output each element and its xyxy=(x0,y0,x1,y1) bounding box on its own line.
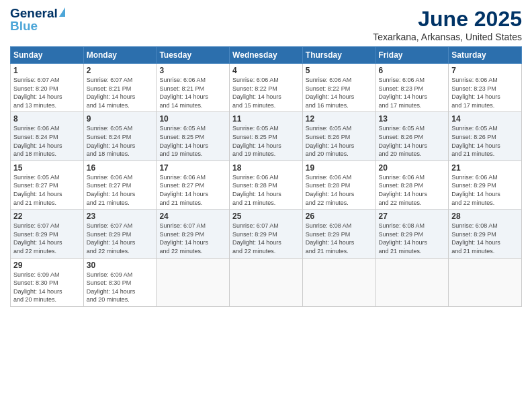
month-title: June 2025 xyxy=(373,7,522,32)
day-number: 18 xyxy=(232,163,300,173)
calendar-cell-w1-d1: 1Sunrise: 6:07 AM Sunset: 8:20 PM Daylig… xyxy=(11,64,84,112)
calendar-cell-w3-d5: 19Sunrise: 6:06 AM Sunset: 8:28 PM Dayli… xyxy=(302,161,375,209)
calendar-header-row: Sunday Monday Tuesday Wednesday Thursday… xyxy=(11,47,522,64)
location-title: Texarkana, Arkansas, United States xyxy=(373,32,522,42)
logo-general: General xyxy=(10,6,58,20)
day-number: 3 xyxy=(159,66,226,75)
calendar-cell-w1-d6: 6Sunrise: 6:06 AM Sunset: 8:23 PM Daylig… xyxy=(375,64,449,112)
calendar-cell-w2-d7: 14Sunrise: 6:05 AM Sunset: 8:26 PM Dayli… xyxy=(449,112,522,161)
day-number: 30 xyxy=(87,261,154,270)
logo-line1: General xyxy=(10,7,65,19)
day-number: 21 xyxy=(451,163,519,173)
calendar-cell-w4-d4: 25Sunrise: 6:07 AM Sunset: 8:29 PM Dayli… xyxy=(230,210,303,258)
calendar-cell-w5-d1: 29Sunrise: 6:09 AM Sunset: 8:30 PM Dayli… xyxy=(11,258,84,306)
calendar-cell-w3-d1: 15Sunrise: 6:05 AM Sunset: 8:27 PM Dayli… xyxy=(11,161,84,209)
day-info: Sunrise: 6:05 AM Sunset: 8:26 PM Dayligh… xyxy=(379,124,446,158)
header-monday: Monday xyxy=(83,47,157,64)
day-info: Sunrise: 6:06 AM Sunset: 8:29 PM Dayligh… xyxy=(451,173,519,207)
calendar-cell-w1-d4: 4Sunrise: 6:06 AM Sunset: 8:22 PM Daylig… xyxy=(230,64,303,112)
calendar-week-4: 22Sunrise: 6:07 AM Sunset: 8:29 PM Dayli… xyxy=(11,210,522,258)
calendar-cell-w4-d1: 22Sunrise: 6:07 AM Sunset: 8:29 PM Dayli… xyxy=(11,210,84,258)
calendar-cell-w1-d3: 3Sunrise: 6:06 AM Sunset: 8:21 PM Daylig… xyxy=(157,64,230,112)
day-number: 25 xyxy=(232,212,300,221)
header-wednesday: Wednesday xyxy=(230,47,303,64)
day-info: Sunrise: 6:08 AM Sunset: 8:29 PM Dayligh… xyxy=(306,222,373,255)
day-info: Sunrise: 6:05 AM Sunset: 8:24 PM Dayligh… xyxy=(87,124,154,158)
logo: General Blue xyxy=(10,7,65,32)
calendar-cell-w1-d5: 5Sunrise: 6:06 AM Sunset: 8:22 PM Daylig… xyxy=(302,64,375,112)
logo-blue: Blue xyxy=(10,19,38,33)
day-number: 5 xyxy=(306,66,373,75)
day-info: Sunrise: 6:06 AM Sunset: 8:28 PM Dayligh… xyxy=(379,173,446,207)
day-info: Sunrise: 6:06 AM Sunset: 8:28 PM Dayligh… xyxy=(306,173,373,207)
day-info: Sunrise: 6:06 AM Sunset: 8:22 PM Dayligh… xyxy=(306,76,373,109)
day-number: 16 xyxy=(87,163,154,173)
day-number: 27 xyxy=(379,212,446,221)
day-info: Sunrise: 6:07 AM Sunset: 8:21 PM Dayligh… xyxy=(87,76,154,109)
day-info: Sunrise: 6:07 AM Sunset: 8:29 PM Dayligh… xyxy=(13,222,81,255)
calendar-cell-w2-d5: 12Sunrise: 6:05 AM Sunset: 8:26 PM Dayli… xyxy=(302,112,375,161)
calendar-cell-w2-d4: 11Sunrise: 6:05 AM Sunset: 8:25 PM Dayli… xyxy=(230,112,303,161)
calendar-cell-w3-d7: 21Sunrise: 6:06 AM Sunset: 8:29 PM Dayli… xyxy=(449,161,522,209)
day-info: Sunrise: 6:09 AM Sunset: 8:30 PM Dayligh… xyxy=(87,271,154,304)
calendar-table: Sunday Monday Tuesday Wednesday Thursday… xyxy=(10,46,522,307)
calendar-week-2: 8Sunrise: 6:06 AM Sunset: 8:24 PM Daylig… xyxy=(11,112,522,161)
calendar-cell-w4-d3: 24Sunrise: 6:07 AM Sunset: 8:29 PM Dayli… xyxy=(157,210,230,258)
logo-triangle-icon xyxy=(59,7,65,17)
day-number: 1 xyxy=(13,66,81,75)
calendar-cell-w5-d4 xyxy=(230,258,303,306)
day-number: 29 xyxy=(13,261,81,270)
calendar-cell-w5-d7 xyxy=(449,258,522,306)
calendar-cell-w3-d2: 16Sunrise: 6:06 AM Sunset: 8:27 PM Dayli… xyxy=(83,161,157,209)
day-info: Sunrise: 6:05 AM Sunset: 8:26 PM Dayligh… xyxy=(451,124,519,158)
day-number: 13 xyxy=(379,114,446,124)
day-number: 23 xyxy=(87,212,154,221)
day-info: Sunrise: 6:07 AM Sunset: 8:20 PM Dayligh… xyxy=(13,76,81,109)
calendar-week-5: 29Sunrise: 6:09 AM Sunset: 8:30 PM Dayli… xyxy=(11,258,522,306)
header-tuesday: Tuesday xyxy=(157,47,230,64)
calendar-cell-w2-d6: 13Sunrise: 6:05 AM Sunset: 8:26 PM Dayli… xyxy=(375,112,449,161)
calendar-cell-w3-d4: 18Sunrise: 6:06 AM Sunset: 8:28 PM Dayli… xyxy=(230,161,303,209)
calendar-cell-w2-d3: 10Sunrise: 6:05 AM Sunset: 8:25 PM Dayli… xyxy=(157,112,230,161)
header-friday: Friday xyxy=(375,47,449,64)
day-number: 4 xyxy=(232,66,300,75)
day-number: 28 xyxy=(451,212,519,221)
logo-line2: Blue xyxy=(10,19,65,32)
day-info: Sunrise: 6:06 AM Sunset: 8:23 PM Dayligh… xyxy=(451,76,519,109)
calendar-cell-w4-d2: 23Sunrise: 6:07 AM Sunset: 8:29 PM Dayli… xyxy=(83,210,157,258)
day-info: Sunrise: 6:06 AM Sunset: 8:21 PM Dayligh… xyxy=(159,76,226,109)
calendar-cell-w2-d1: 8Sunrise: 6:06 AM Sunset: 8:24 PM Daylig… xyxy=(11,112,84,161)
header-saturday: Saturday xyxy=(449,47,522,64)
header-thursday: Thursday xyxy=(302,47,375,64)
day-number: 22 xyxy=(13,212,81,221)
day-info: Sunrise: 6:06 AM Sunset: 8:28 PM Dayligh… xyxy=(232,173,300,207)
calendar-cell-w1-d2: 2Sunrise: 6:07 AM Sunset: 8:21 PM Daylig… xyxy=(83,64,157,112)
title-area: June 2025 Texarkana, Arkansas, United St… xyxy=(373,7,522,42)
calendar-cell-w3-d6: 20Sunrise: 6:06 AM Sunset: 8:28 PM Dayli… xyxy=(375,161,449,209)
day-info: Sunrise: 6:06 AM Sunset: 8:23 PM Dayligh… xyxy=(379,76,446,109)
day-number: 17 xyxy=(159,163,226,173)
day-info: Sunrise: 6:05 AM Sunset: 8:27 PM Dayligh… xyxy=(13,173,81,207)
day-info: Sunrise: 6:07 AM Sunset: 8:29 PM Dayligh… xyxy=(232,222,300,255)
day-info: Sunrise: 6:06 AM Sunset: 8:27 PM Dayligh… xyxy=(87,173,154,207)
day-info: Sunrise: 6:06 AM Sunset: 8:27 PM Dayligh… xyxy=(159,173,226,207)
day-number: 15 xyxy=(13,163,81,173)
day-info: Sunrise: 6:07 AM Sunset: 8:29 PM Dayligh… xyxy=(159,222,226,255)
calendar-cell-w1-d7: 7Sunrise: 6:06 AM Sunset: 8:23 PM Daylig… xyxy=(449,64,522,112)
calendar-week-1: 1Sunrise: 6:07 AM Sunset: 8:20 PM Daylig… xyxy=(11,64,522,112)
day-info: Sunrise: 6:09 AM Sunset: 8:30 PM Dayligh… xyxy=(13,271,81,304)
page: General Blue June 2025 Texarkana, Arkans… xyxy=(0,0,532,411)
header-area: General Blue June 2025 Texarkana, Arkans… xyxy=(10,7,522,42)
day-info: Sunrise: 6:05 AM Sunset: 8:25 PM Dayligh… xyxy=(159,124,226,158)
day-info: Sunrise: 6:07 AM Sunset: 8:29 PM Dayligh… xyxy=(87,222,154,255)
day-number: 7 xyxy=(451,66,519,75)
calendar-cell-w3-d3: 17Sunrise: 6:06 AM Sunset: 8:27 PM Dayli… xyxy=(157,161,230,209)
day-number: 24 xyxy=(159,212,226,221)
day-number: 2 xyxy=(87,66,154,75)
day-number: 11 xyxy=(232,114,300,124)
day-number: 14 xyxy=(451,114,519,124)
calendar-cell-w4-d6: 27Sunrise: 6:08 AM Sunset: 8:29 PM Dayli… xyxy=(375,210,449,258)
day-number: 6 xyxy=(379,66,446,75)
calendar-cell-w5-d2: 30Sunrise: 6:09 AM Sunset: 8:30 PM Dayli… xyxy=(83,258,157,306)
calendar-week-3: 15Sunrise: 6:05 AM Sunset: 8:27 PM Dayli… xyxy=(11,161,522,209)
